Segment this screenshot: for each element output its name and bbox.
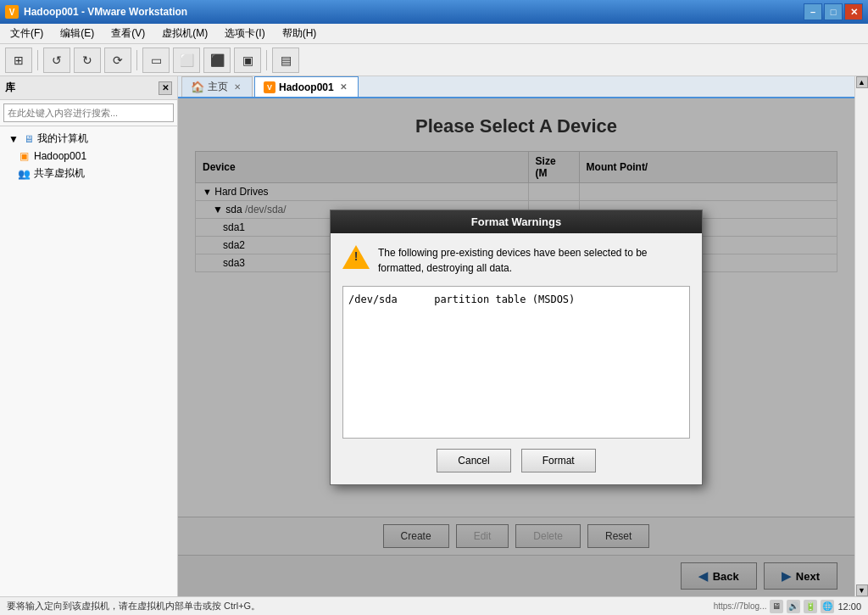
sidebar-item-label: 共享虚拟机 <box>34 166 85 181</box>
toolbar-btn-7[interactable]: ▣ <box>234 48 261 73</box>
main-container: 库 ✕ ▼ 🖥 我的计算机 ▣ Hadoop001 👥 共享虚拟机 <box>0 76 868 596</box>
toolbar-btn-6[interactable]: ⬛ <box>203 48 231 73</box>
toolbar-btn-2[interactable]: ↻ <box>74 48 101 73</box>
toolbar: ⊞ ↺ ↻ ⟳ ▭ ⬜ ⬛ ▣ ▤ <box>0 44 868 76</box>
menu-vm[interactable]: 虚拟机(M) <box>155 25 214 42</box>
home-icon: 🏠 <box>191 81 204 93</box>
format-warnings-modal: Format Warnings ! The following pre-exis… <box>330 210 703 485</box>
warning-icon: ! <box>342 245 370 272</box>
status-icons: https://7blog... 🖥 🔊 🔋 🌐 12:00 <box>714 600 861 613</box>
menu-edit[interactable]: 编辑(E) <box>53 25 101 42</box>
modal-title-bar: Format Warnings <box>331 210 702 233</box>
app-icon: V <box>5 5 19 19</box>
format-button[interactable]: Format <box>521 449 596 472</box>
close-button[interactable]: ✕ <box>844 3 863 20</box>
sidebar-header: 库 ✕ <box>0 76 177 100</box>
computer-icon: 🖥 <box>24 133 34 145</box>
tab-hadoop001-label: Hadoop001 <box>279 81 334 93</box>
right-scrollbar[interactable]: ▲ ▼ <box>854 76 868 596</box>
menu-file[interactable]: 文件(F) <box>3 25 50 42</box>
status-icon-4: 🌐 <box>821 600 834 613</box>
collapse-icon: ▼ <box>7 132 20 146</box>
sidebar-item-label: 我的计算机 <box>37 131 88 146</box>
sidebar-tree: ▼ 🖥 我的计算机 ▣ Hadoop001 👥 共享虚拟机 <box>0 126 177 596</box>
modal-title: Format Warnings <box>471 215 561 228</box>
toolbar-home-btn[interactable]: ⊞ <box>5 48 32 73</box>
modal-buttons: Cancel Format <box>342 449 690 472</box>
tab-hadoop001-close[interactable]: ✕ <box>337 81 349 93</box>
window-title: Hadoop001 - VMware Workstation <box>24 6 187 18</box>
status-icon-2: 🔊 <box>787 600 800 613</box>
modal-overlay: Format Warnings ! The following pre-exis… <box>178 98 854 596</box>
menu-tabs[interactable]: 选项卡(I) <box>218 25 271 42</box>
modal-warning-section: ! The following pre-existing devices hav… <box>342 245 690 276</box>
sidebar-search-input[interactable] <box>3 103 174 122</box>
toolbar-btn-3[interactable]: ⟳ <box>104 48 131 73</box>
tab-home-label: 主页 <box>208 80 228 94</box>
sidebar-close-button[interactable]: ✕ <box>159 81 172 95</box>
toolbar-btn-8[interactable]: ▤ <box>272 48 299 73</box>
sidebar-item-label: Hadoop001 <box>34 150 86 162</box>
tab-bar: 🏠 主页 ✕ V Hadoop001 ✕ <box>178 76 854 98</box>
content-area: Please Select A Device Device Size(M Mou… <box>178 98 854 596</box>
modal-warning-text: The following pre-existing devices have … <box>378 245 690 276</box>
tab-hadoop001[interactable]: V Hadoop001 ✕ <box>254 76 359 97</box>
status-icon-3: 🔋 <box>804 600 817 613</box>
scroll-up-arrow[interactable]: ▲ <box>856 76 868 88</box>
modal-body: ! The following pre-existing devices hav… <box>331 233 702 484</box>
status-icon-1: 🖥 <box>770 600 783 613</box>
status-url: https://7blog... <box>714 601 767 611</box>
title-bar: V Hadoop001 - VMware Workstation – □ ✕ <box>0 0 868 24</box>
tab-home-close[interactable]: ✕ <box>231 81 243 93</box>
toolbar-sep-2 <box>136 50 137 70</box>
toolbar-btn-5[interactable]: ⬜ <box>173 48 200 73</box>
sidebar-item-shared-vms[interactable]: 👥 共享虚拟机 <box>0 165 177 182</box>
vm-icon: ▣ <box>17 149 31 163</box>
toolbar-btn-4[interactable]: ▭ <box>142 48 170 73</box>
minimize-button[interactable]: – <box>804 3 822 20</box>
sidebar-item-my-computer[interactable]: ▼ 🖥 我的计算机 <box>0 130 177 148</box>
toolbar-btn-1[interactable]: ↺ <box>43 48 70 73</box>
sidebar: 库 ✕ ▼ 🖥 我的计算机 ▣ Hadoop001 👥 共享虚拟机 <box>0 76 178 596</box>
device-description: partition table (MSDOS) <box>434 294 575 305</box>
shared-icon: 👥 <box>17 167 31 181</box>
toolbar-sep-3 <box>266 50 267 70</box>
tab-vm-icon: V <box>264 81 275 93</box>
status-text: 要将输入定向到该虚拟机，请在虚拟机内部单击或按 Ctrl+G。 <box>7 600 260 612</box>
menu-help[interactable]: 帮助(H) <box>275 25 324 42</box>
cancel-button[interactable]: Cancel <box>437 449 510 472</box>
sidebar-item-hadoop001[interactable]: ▣ Hadoop001 <box>0 148 177 165</box>
warning-exclamation: ! <box>354 250 359 262</box>
modal-list-item: /dev/sda partition table (MSDOS) <box>348 292 684 307</box>
device-path: /dev/sda <box>348 294 398 305</box>
menu-view[interactable]: 查看(V) <box>104 25 152 42</box>
tab-home[interactable]: 🏠 主页 ✕ <box>181 76 253 97</box>
sidebar-title: 库 <box>5 81 15 95</box>
toolbar-sep-1 <box>37 50 38 70</box>
sidebar-search-container <box>0 100 177 126</box>
status-time: 12:00 <box>837 601 861 612</box>
status-bar: 要将输入定向到该虚拟机，请在虚拟机内部单击或按 Ctrl+G。 https://… <box>0 596 868 615</box>
modal-device-list: /dev/sda partition table (MSDOS) <box>342 286 690 439</box>
restore-button[interactable]: □ <box>824 3 843 20</box>
menu-bar: 文件(F) 编辑(E) 查看(V) 虚拟机(M) 选项卡(I) 帮助(H) <box>0 24 868 44</box>
scroll-down-arrow[interactable]: ▼ <box>856 584 868 596</box>
